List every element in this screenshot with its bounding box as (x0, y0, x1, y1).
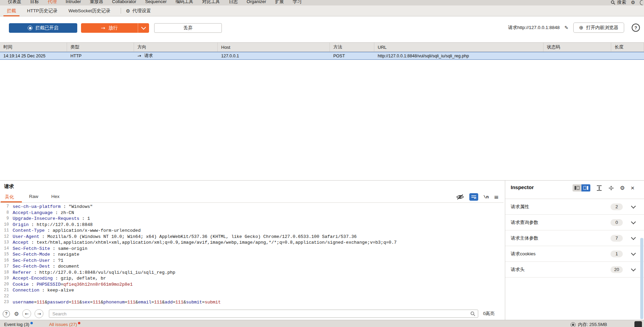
menu-item-8[interactable]: 对比工具 (198, 0, 225, 5)
line-text: Sec-Fetch-Site : same-origin (11, 246, 87, 252)
inspector-layout-toggle (573, 184, 590, 191)
line-text (11, 294, 13, 300)
code-line-8: 8Accept-Language : zh-CN (0, 210, 504, 216)
search-label: 搜索 (617, 0, 626, 5)
help-button[interactable]: ? (632, 24, 640, 32)
line-text: Content-Type : application/x-www-form-ur… (11, 228, 140, 234)
inspector-section-0[interactable]: 请求属性2 (505, 199, 644, 215)
chevron-down-icon (631, 235, 636, 240)
column-header-7[interactable]: 长度 (611, 43, 644, 52)
inspector-sections: 请求属性2请求查询参数0请求主体参数7请求cookies1请求头20 (505, 199, 644, 278)
menu-item-11[interactable]: 扩展 (271, 0, 289, 5)
column-header-4[interactable]: 方法 (330, 43, 374, 52)
line-text: Referer : http://127.0.0.1:8848/vul/sqli… (11, 270, 175, 276)
section-label: 请求头 (511, 267, 611, 273)
corner-partial-icon (634, 321, 642, 327)
inspector-section-2[interactable]: 请求主体参数7 (505, 230, 644, 246)
all-issues-button[interactable]: All issues (27) (49, 322, 77, 327)
inspector-title: Inspector (511, 184, 534, 190)
column-header-0[interactable]: 时间 (0, 43, 67, 52)
editor-search-input[interactable] (49, 310, 478, 317)
editor-tab-1[interactable]: Raw (29, 194, 38, 199)
inspector-section-3[interactable]: 请求cookies1 (505, 246, 644, 262)
proxy-settings-button[interactable]: ⚙ 代理设置 (126, 8, 151, 14)
forward-button[interactable]: → 放行 (81, 23, 138, 33)
column-header-3[interactable]: Host (218, 43, 330, 52)
column-header-1[interactable]: 类型 (67, 43, 134, 52)
menu-item-2[interactable]: 代理 (43, 0, 61, 5)
open-browser-label: 打开内嵌浏览器 (586, 25, 619, 31)
layout-right-option-button[interactable] (581, 184, 590, 191)
inspector-settings-gear-icon[interactable]: ⚙ (620, 185, 625, 191)
menu-item-7[interactable]: 编码工具 (171, 0, 198, 5)
search-button[interactable]: 搜索 (611, 0, 626, 5)
menu-item-9[interactable]: 日志 (225, 0, 242, 5)
code-line-19: 19Accept-Encoding : gzip, deflate, br (0, 275, 504, 282)
proxy-tab-1[interactable]: HTTP历史记录 (22, 5, 63, 16)
row-cell-length (611, 52, 644, 59)
partial-edge-icon[interactable] (640, 0, 643, 5)
previous-match-button[interactable]: ← (22, 309, 31, 318)
word-wrap-icon (471, 195, 477, 199)
proxy-tab-0[interactable]: 拦截 (1, 5, 22, 16)
code-line-15: 15Sec-Fetch-Mode : navigate (0, 252, 504, 258)
editor-tab-0[interactable]: 美化 (5, 194, 14, 200)
inspector-section-4[interactable]: 请求头20 (505, 262, 644, 278)
intercept-toolbar: 拦截已开启 → 放行 丢弃 请求http://127.0.0.1:8848 ✎ … (0, 16, 644, 35)
hide-nonprinting-eye-icon[interactable] (456, 194, 464, 200)
menu-item-6[interactable]: Sequencer (141, 0, 171, 5)
column-header-2[interactable]: 方向 (134, 43, 218, 52)
edit-target-pencil-icon[interactable]: ✎ (564, 25, 568, 30)
intercept-table-row[interactable]: 14:19:14 25 Dec 2025HTTP→请求127.0.0.1POST… (0, 52, 644, 60)
editor-settings-gear-icon[interactable]: ⚙ (14, 311, 19, 317)
row-cell-status (544, 52, 611, 59)
section-count-badge: 7 (611, 235, 623, 242)
inspector-close-icon[interactable]: × (631, 185, 634, 191)
inspector-panel: Inspector ⚙ (505, 181, 644, 320)
code-line-23: 23username=111&password=111&sex=111&phon… (0, 299, 504, 305)
chevron-down-icon (141, 25, 146, 30)
line-text: Sec-Fetch-Mode : navigate (11, 252, 79, 258)
section-label: 请求cookies (511, 251, 611, 257)
proxy-tab-2[interactable]: WebSocket历史记录 (63, 5, 116, 16)
editor-menu-icon[interactable]: ≡ (494, 194, 499, 200)
forward-dropdown-button[interactable] (138, 23, 149, 33)
issues-notification-dot (78, 322, 80, 324)
open-embedded-browser-button[interactable]: ⊕ 打开内嵌浏览器 (573, 23, 624, 33)
request-editor-content[interactable]: 7sec-ch-ua-platform : "Windows"8Accept-L… (0, 204, 504, 306)
menu-item-4[interactable]: 重放器 (85, 0, 108, 5)
row-cell-method: POST (330, 52, 374, 59)
menu-item-10[interactable]: Organizer (242, 0, 271, 5)
menu-item-0[interactable]: 仪表盘 (3, 0, 26, 5)
word-wrap-toggle-button[interactable] (469, 193, 478, 201)
gear-icon: ⚙ (126, 8, 130, 14)
row-cell-type: HTTP (67, 52, 134, 59)
next-match-button[interactable]: → (35, 309, 43, 318)
code-line-20: 20Cookie : PHPSESSID=qfieq36h12nn8r661m9… (0, 282, 504, 288)
inspector-scrollbar[interactable] (640, 238, 643, 319)
editor-tab-2[interactable]: Hex (51, 194, 59, 199)
column-header-6[interactable]: 状态码 (544, 43, 611, 52)
column-header-5[interactable]: URL (374, 43, 544, 52)
expand-all-icon[interactable] (596, 185, 602, 191)
layout-left-option-button[interactable] (573, 184, 581, 191)
intercept-toggle-button[interactable]: 拦截已开启 (9, 23, 77, 33)
editor-help-icon[interactable]: ? (3, 310, 10, 317)
collapse-all-icon[interactable] (608, 185, 614, 191)
drop-button[interactable]: 丢弃 (154, 23, 222, 33)
intercept-target-label: 请求http://127.0.0.1:8848 (508, 25, 560, 31)
menu-item-5[interactable]: Collaborator (108, 0, 141, 5)
forward-arrow-icon: → (101, 25, 105, 31)
main-menubar: 仪表盘目标代理Intruder重放器CollaboratorSequencer编… (0, 0, 644, 5)
inspector-section-1[interactable]: 请求查询参数0 (505, 215, 644, 230)
proxy-tabs: 拦截HTTP历史记录WebSocket历史记录 (1, 5, 116, 16)
settings-gear-icon[interactable]: ⚙ (631, 0, 635, 5)
event-log-button[interactable]: Event log (3) (4, 322, 29, 327)
line-number: 9 (0, 216, 11, 222)
editor-icon-group: \n ≡ (456, 193, 499, 201)
menu-item-1[interactable]: 目标 (26, 0, 43, 5)
row-cell-time: 14:19:14 25 Dec 2025 (0, 52, 67, 59)
menu-item-3[interactable]: Intruder (61, 0, 85, 5)
show-newlines-button[interactable]: \n (483, 195, 489, 200)
menu-item-12[interactable]: 学习 (289, 0, 306, 5)
